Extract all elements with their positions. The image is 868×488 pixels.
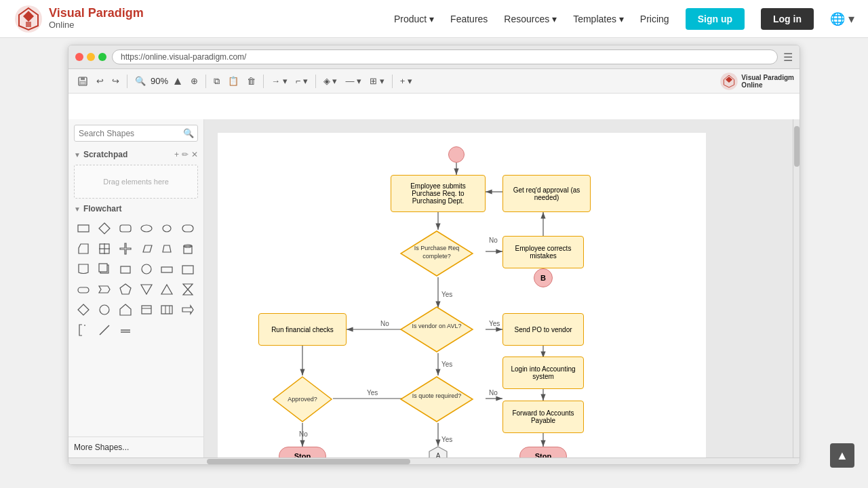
shape-cross[interactable] bbox=[95, 239, 114, 258]
close-button[interactable] bbox=[75, 53, 83, 61]
shape-cut-corner[interactable] bbox=[74, 239, 93, 258]
shape-multi-doc[interactable] bbox=[95, 260, 114, 279]
copy-button[interactable]: ⧉ bbox=[210, 74, 223, 89]
svg-rect-30 bbox=[182, 266, 193, 274]
shape-trapezoid[interactable] bbox=[157, 239, 176, 258]
shape-inv-triangle[interactable] bbox=[137, 280, 156, 299]
svg-rect-6 bbox=[80, 81, 85, 85]
shape-cylinder[interactable] bbox=[178, 239, 197, 258]
shape-document[interactable] bbox=[74, 260, 93, 279]
shape-ellipse[interactable] bbox=[137, 219, 156, 238]
search-icon: 🔍 bbox=[183, 128, 194, 138]
shape-house[interactable] bbox=[116, 300, 135, 319]
shape-rect3[interactable] bbox=[157, 260, 176, 279]
employee-corrects-box[interactable]: Employee correctsmistakes bbox=[502, 236, 584, 268]
get-approval-box[interactable]: Get req'd approval (asneeded) bbox=[502, 175, 591, 212]
undo-button[interactable]: ↩ bbox=[93, 74, 107, 88]
login-button[interactable]: Log in bbox=[761, 8, 814, 30]
shape-oval[interactable] bbox=[157, 219, 176, 238]
zoom-in-icon[interactable]: 🔍 bbox=[132, 74, 149, 88]
shape-diamond[interactable] bbox=[95, 219, 114, 238]
shape-rounded-rect[interactable] bbox=[116, 219, 135, 238]
redo-button[interactable]: ↪ bbox=[108, 74, 123, 88]
shape-table[interactable] bbox=[157, 300, 176, 319]
browser-menu[interactable]: ☰ bbox=[783, 51, 793, 64]
shape-line2[interactable] bbox=[116, 321, 135, 340]
shape-pentagon[interactable] bbox=[116, 280, 135, 299]
scratchpad-add[interactable]: + bbox=[174, 150, 179, 159]
zoom-reset-button[interactable]: ⊕ bbox=[187, 74, 201, 88]
shape-triangle[interactable] bbox=[157, 280, 176, 299]
run-financial-box[interactable]: Run financial checks bbox=[258, 313, 347, 346]
shape-line[interactable] bbox=[95, 321, 114, 340]
shape-plus[interactable] bbox=[116, 239, 135, 258]
approved-diamond[interactable]: Approved? bbox=[272, 375, 333, 423]
scratchpad-header[interactable]: ▼ Scratchpad + ✏ ✕ bbox=[68, 147, 203, 162]
shape-stadium[interactable] bbox=[178, 219, 197, 238]
save-button[interactable] bbox=[74, 74, 92, 89]
quote-required-diamond[interactable]: Is quote required? bbox=[399, 375, 474, 423]
circle-b-node[interactable]: B bbox=[534, 268, 553, 287]
svg-marker-85 bbox=[401, 377, 473, 422]
shape-parallelogram[interactable] bbox=[137, 239, 156, 258]
signup-button[interactable]: Sign up bbox=[686, 8, 745, 30]
employee-submits-box[interactable]: Employee submitsPurchase Req. toPurchasi… bbox=[391, 175, 486, 212]
start-node[interactable] bbox=[448, 146, 465, 163]
zoom-in-button[interactable] bbox=[170, 75, 186, 88]
vendor-avl-diamond[interactable]: Is vendor on AVL? bbox=[399, 306, 474, 353]
minimize-button[interactable] bbox=[87, 53, 95, 61]
language-selector[interactable]: 🌐 ▾ bbox=[830, 12, 854, 26]
bottom-scrollbar-thumb[interactable] bbox=[207, 459, 410, 464]
address-bar[interactable]: https://online.visual-paradigm.com/ bbox=[112, 49, 778, 64]
svg-marker-7 bbox=[174, 78, 181, 85]
logo-link[interactable]: Visual Paradigm Online bbox=[14, 4, 144, 34]
flowchart-header[interactable]: ▼ Flowchart bbox=[68, 201, 203, 216]
search-input[interactable] bbox=[79, 129, 180, 138]
login-accounting-box[interactable]: Login into Accountingsystem bbox=[502, 357, 584, 389]
stop1-node[interactable]: Stop bbox=[279, 447, 326, 458]
shape-diamond2[interactable] bbox=[74, 300, 93, 319]
shape-circle3[interactable] bbox=[95, 300, 114, 319]
right-scrollbar[interactable] bbox=[793, 119, 800, 458]
shape-hourglass[interactable] bbox=[178, 280, 197, 299]
nav-templates[interactable]: Templates ▾ bbox=[573, 14, 624, 24]
maximize-button[interactable] bbox=[98, 53, 106, 61]
stop2-node[interactable]: Stop bbox=[519, 447, 567, 458]
fill-button[interactable]: ◈ ▾ bbox=[320, 74, 341, 88]
nav-resources[interactable]: Resources ▾ bbox=[504, 14, 557, 24]
more-shapes-button[interactable]: More Shapes... bbox=[68, 436, 203, 458]
shape-circle2[interactable] bbox=[137, 260, 156, 279]
forward-accounts-box[interactable]: Forward to AccountsPayable bbox=[502, 401, 584, 433]
shape-bracket[interactable] bbox=[74, 321, 93, 340]
scroll-to-top-button[interactable]: ▲ bbox=[830, 443, 854, 468]
svg-text:Yes: Yes bbox=[489, 320, 500, 327]
send-po-box[interactable]: Send PO to vendor bbox=[502, 313, 584, 346]
flowchart-toggle: ▼ bbox=[74, 205, 81, 213]
shape-rect4[interactable] bbox=[178, 260, 197, 279]
purchase-req-diamond[interactable]: Is Purchase Req complete? bbox=[399, 230, 474, 277]
nav-product[interactable]: Product ▾ bbox=[394, 14, 434, 24]
canvas-area[interactable]: No Yes No Yes Yes No Yes No Yes Emp bbox=[204, 119, 800, 458]
connector-a-node[interactable]: A bbox=[429, 446, 448, 458]
shape-rect[interactable] bbox=[74, 219, 93, 238]
nav-pricing[interactable]: Pricing bbox=[640, 14, 669, 24]
get-approval-label: Get req'd approval (asneeded) bbox=[513, 186, 580, 201]
nav-features[interactable]: Features bbox=[450, 14, 488, 24]
shape-arrow[interactable] bbox=[178, 300, 197, 319]
shape-rect5[interactable] bbox=[137, 300, 156, 319]
scratchpad-edit[interactable]: ✏ bbox=[182, 150, 189, 159]
shape-rect2[interactable] bbox=[116, 260, 135, 279]
paste-button[interactable]: 📋 bbox=[224, 74, 242, 88]
bottom-scrollbar[interactable] bbox=[68, 458, 800, 464]
scratchpad-close[interactable]: ✕ bbox=[191, 150, 198, 159]
right-scrollbar-thumb[interactable] bbox=[794, 126, 800, 167]
arrow-button[interactable]: → ▾ bbox=[268, 74, 291, 88]
shape-chevron[interactable] bbox=[95, 280, 114, 299]
connector-button[interactable]: ⌐ ▾ bbox=[292, 74, 311, 88]
shape-rounded2[interactable] bbox=[74, 280, 93, 299]
insert-button[interactable]: + ▾ bbox=[397, 74, 416, 88]
line-button[interactable]: — ▾ bbox=[342, 74, 366, 88]
arrange-button[interactable]: ⊞ ▾ bbox=[366, 74, 388, 88]
delete-button[interactable]: 🗑 bbox=[243, 74, 259, 88]
search-shapes-bar[interactable]: 🔍 bbox=[74, 125, 198, 142]
